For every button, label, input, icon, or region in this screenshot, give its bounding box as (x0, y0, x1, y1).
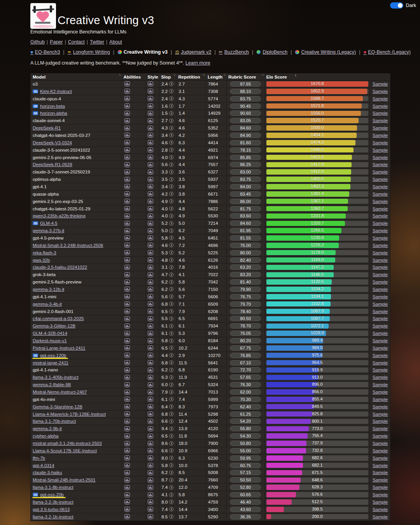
model-name[interactable]: gemma-2-9b-it (33, 426, 62, 431)
info-icon[interactable]: i (169, 493, 173, 497)
model-name[interactable]: Kimi-K2-Instruct (40, 89, 72, 94)
sample-link[interactable]: Sample (373, 463, 388, 468)
abilities-chart-icon[interactable] (124, 294, 130, 299)
info-icon[interactable]: i (169, 155, 173, 159)
style-chart-icon[interactable] (148, 257, 153, 262)
abilities-chart-icon[interactable] (124, 507, 130, 512)
style-chart-icon[interactable] (148, 514, 153, 519)
sample-link[interactable]: Sample (373, 382, 388, 387)
style-chart-icon[interactable] (148, 382, 153, 387)
model-name[interactable]: qwq-32b (33, 258, 50, 262)
style-chart-icon[interactable] (148, 162, 153, 167)
sample-link[interactable]: Sample (373, 507, 388, 512)
sample-link[interactable]: Sample (373, 294, 388, 299)
sample-link[interactable]: Sample (373, 184, 388, 189)
nav-item-diplobench[interactable]: DiploBench (256, 49, 287, 55)
info-icon[interactable]: i (169, 96, 173, 101)
info-icon[interactable]: i (169, 309, 173, 313)
sample-link[interactable]: Sample (373, 199, 388, 204)
abilities-chart-icon[interactable] (124, 118, 130, 123)
sample-link[interactable]: Sample (373, 338, 388, 343)
dark-mode-toggle[interactable]: Dark (390, 2, 416, 9)
info-icon[interactable]: i (169, 485, 173, 490)
nav-item-eq-bench-legacy-[interactable]: ♥EQ-Bench (Legacy) (363, 49, 411, 55)
model-name[interactable]: GLM-4-32B-0414 (33, 331, 67, 336)
sample-link[interactable]: Sample (373, 118, 388, 123)
sample-link[interactable]: Sample (373, 368, 388, 372)
style-chart-icon[interactable] (148, 353, 153, 358)
abilities-chart-icon[interactable] (124, 265, 130, 270)
style-chart-icon[interactable] (148, 170, 153, 175)
model-name[interactable]: gpt-oss-20b (40, 492, 64, 497)
style-chart-icon[interactable] (148, 309, 153, 314)
sample-link[interactable]: Sample (373, 228, 388, 233)
abilities-chart-icon[interactable] (124, 170, 130, 175)
info-icon[interactable]: i (169, 427, 173, 431)
style-chart-icon[interactable] (148, 390, 153, 395)
meta-link-twitter[interactable]: Twitter (90, 39, 104, 45)
info-icon[interactable]: i (169, 140, 173, 145)
nav-item-judgemark-v2[interactable]: ⚖Judgemark v2 (175, 49, 211, 55)
abilities-chart-icon[interactable] (124, 243, 130, 248)
style-chart-icon[interactable] (148, 499, 153, 504)
sample-link[interactable]: Sample (373, 140, 388, 145)
info-icon[interactable]: i (169, 104, 173, 108)
info-icon[interactable]: i (169, 514, 173, 519)
nav-item-creative-writing-v3[interactable]: Creative Writing v3 (117, 49, 168, 55)
sample-link[interactable]: Sample (373, 214, 388, 218)
style-chart-icon[interactable] (148, 184, 153, 189)
style-chart-icon[interactable] (148, 111, 153, 116)
info-icon[interactable]: i (169, 346, 173, 350)
info-icon[interactable]: i (169, 324, 173, 328)
sample-link[interactable]: Sample (373, 280, 388, 284)
abilities-chart-icon[interactable] (124, 228, 130, 233)
sample-link[interactable]: Sample (373, 412, 388, 416)
sort-icon[interactable]: ↑↓ (203, 73, 205, 77)
style-chart-icon[interactable] (148, 324, 153, 329)
info-icon[interactable]: i (169, 500, 173, 504)
sample-link[interactable]: Sample (373, 162, 388, 167)
model-name[interactable]: gemma-2-Ifable-9B (33, 382, 71, 387)
style-chart-icon[interactable] (148, 419, 153, 424)
abilities-chart-icon[interactable] (124, 235, 130, 240)
style-chart-icon[interactable] (148, 441, 153, 446)
model-name[interactable]: reka-flash-3 (33, 250, 56, 255)
sample-link[interactable]: Sample (373, 514, 388, 519)
info-icon[interactable]: i (169, 434, 173, 438)
meta-link-contact[interactable]: Contact (68, 39, 85, 45)
model-name[interactable]: gpt-3.5-turbo-0613 (33, 507, 70, 512)
abilities-chart-icon[interactable] (124, 257, 130, 262)
style-chart-icon[interactable] (148, 434, 153, 439)
abilities-chart-icon[interactable] (124, 184, 130, 189)
sample-link[interactable]: Sample (373, 397, 388, 402)
sort-icon[interactable]: ↑↓ (223, 73, 225, 77)
abilities-chart-icon[interactable] (124, 111, 130, 116)
abilities-chart-icon[interactable] (124, 448, 130, 453)
sample-link[interactable]: Sample (373, 177, 388, 182)
sample-link[interactable]: Sample (373, 404, 388, 409)
column-header-repetition[interactable]: Repetition↑↓ (176, 74, 206, 80)
info-icon[interactable]: i (169, 82, 173, 86)
style-chart-icon[interactable] (148, 140, 153, 145)
sample-link[interactable]: Sample (373, 441, 388, 446)
sample-link[interactable]: Sample (373, 96, 388, 101)
abilities-chart-icon[interactable] (124, 499, 130, 504)
abilities-chart-icon[interactable] (124, 287, 130, 292)
info-icon[interactable]: i (169, 294, 173, 299)
style-chart-icon[interactable] (148, 368, 153, 373)
abilities-chart-icon[interactable] (124, 331, 130, 336)
style-chart-icon[interactable] (148, 81, 153, 86)
learn-more-link[interactable]: Learn more (186, 60, 210, 66)
style-chart-icon[interactable] (148, 103, 153, 108)
style-chart-icon[interactable] (148, 177, 153, 182)
info-icon[interactable]: i (169, 383, 173, 387)
style-chart-icon[interactable] (148, 404, 153, 409)
abilities-chart-icon[interactable] (124, 345, 130, 350)
info-icon[interactable]: i (169, 250, 173, 255)
sample-link[interactable]: Sample (373, 492, 388, 497)
info-icon[interactable]: i (169, 375, 173, 380)
model-name[interactable]: DeepSeek-V3-0324 (33, 140, 72, 145)
style-chart-icon[interactable] (148, 199, 153, 204)
abilities-chart-icon[interactable] (124, 316, 130, 321)
style-chart-icon[interactable] (148, 221, 153, 226)
